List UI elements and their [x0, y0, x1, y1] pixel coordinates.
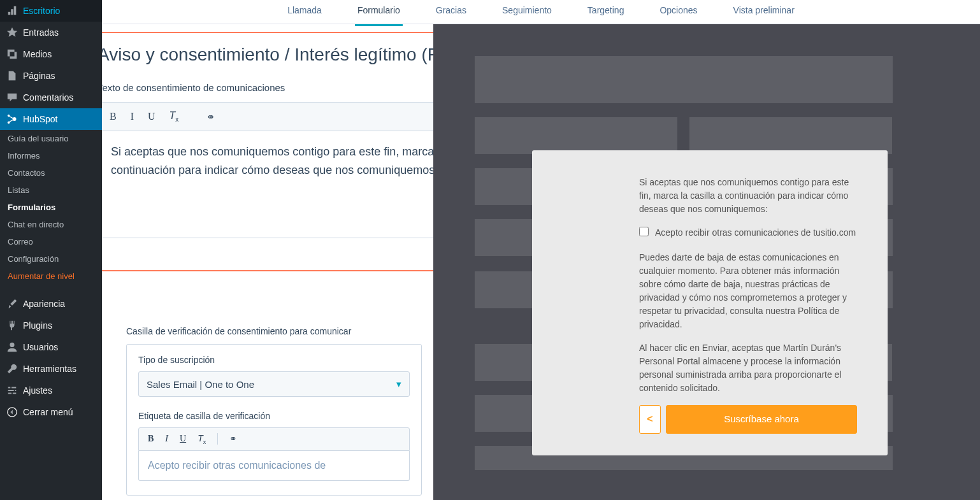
- sidebar-item-medios[interactable]: Medios: [0, 43, 102, 65]
- form-editor-panel: Editar contenido predeterminado sobre el…: [102, 24, 433, 500]
- tab-vista-preliminar[interactable]: Vista preliminar: [731, 0, 797, 26]
- underline-button[interactable]: U: [180, 434, 186, 444]
- sidebar-subitem-configuración[interactable]: Configuración: [0, 250, 102, 268]
- sidebar-item-plugins[interactable]: Plugins: [0, 315, 102, 336]
- consent-text-label: Texto de consentimiento de comunicacione…: [102, 82, 433, 93]
- sidebar-item-label: Usuarios: [23, 342, 58, 352]
- tab-seguimiento[interactable]: Seguimiento: [500, 0, 554, 26]
- rte-toolbar: B I U Tx ⚭: [102, 102, 433, 131]
- checkbox-label-editor[interactable]: Acepto recibir otras comunicaciones de: [138, 451, 410, 481]
- media-icon: [6, 48, 18, 60]
- svg-point-0: [13, 117, 17, 121]
- sidebar-item-label: Plugins: [23, 320, 52, 331]
- wrench-icon: [6, 363, 18, 375]
- sidebar-item-ajustes[interactable]: Ajustes: [0, 380, 102, 401]
- toolbar-separator: [217, 433, 218, 445]
- sidebar-item-comentarios[interactable]: Comentarios: [0, 87, 102, 108]
- sidebar-item-cerrar-menú[interactable]: Cerrar menú: [0, 401, 102, 423]
- sidebar-subitem-chat-en-directo[interactable]: Chat en directo: [0, 216, 102, 233]
- consent-text-editor[interactable]: Si aceptas que nos comuniquemos contigo …: [102, 131, 433, 238]
- preview-checkbox-row: Acepto recibir otras comunicaciones de t…: [639, 226, 857, 239]
- bold-button[interactable]: B: [148, 434, 154, 444]
- wp-sidebar: EscritorioEntradasMediosPáginasComentari…: [0, 0, 102, 500]
- sidebar-item-label: Comentarios: [23, 92, 73, 103]
- preview-consent-text: Si aceptas que nos comuniquemos contigo …: [639, 176, 857, 216]
- tab-formulario[interactable]: Formulario: [355, 0, 403, 26]
- rte-toolbar-small: B I U Tx ⚭: [138, 427, 410, 451]
- dashboard-icon: [6, 5, 18, 17]
- tab-llamada[interactable]: Llamada: [285, 0, 324, 26]
- tab-targeting[interactable]: Targeting: [585, 0, 627, 26]
- checkbox-label-label: Etiqueta de casilla de verificación: [138, 411, 410, 421]
- link-button[interactable]: ⚭: [206, 111, 215, 123]
- brush-icon: [6, 298, 18, 310]
- comment-icon: [6, 92, 18, 103]
- collapse-icon: [6, 406, 18, 418]
- sidebar-subitem-aumentar-de-nivel[interactable]: Aumentar de nivel: [0, 268, 102, 285]
- clear-format-button[interactable]: Tx: [169, 110, 179, 123]
- preview-panel: Si aceptas que nos comuniquemos contigo …: [433, 24, 980, 500]
- underline-button[interactable]: U: [148, 111, 155, 122]
- sidebar-item-label: Páginas: [23, 71, 55, 81]
- sidebar-item-entradas[interactable]: Entradas: [0, 22, 102, 43]
- sidebar-item-apariencia[interactable]: Apariencia: [0, 293, 102, 315]
- sidebar-item-label: Apariencia: [23, 299, 65, 309]
- subscription-card: Tipo de suscripción Sales Email | One to…: [126, 344, 422, 496]
- sidebar-subitem-contactos[interactable]: Contactos: [0, 164, 102, 182]
- sidebar-subitem-informes[interactable]: Informes: [0, 147, 102, 164]
- sidebar-item-label: HubSpot: [23, 114, 57, 124]
- user-icon: [6, 341, 18, 353]
- subscription-type-select[interactable]: Sales Email | One to One ▾: [138, 371, 410, 397]
- sidebar-item-label: Herramientas: [23, 364, 76, 374]
- sidebar-item-label: Medios: [23, 49, 52, 59]
- italic-button[interactable]: I: [165, 434, 168, 444]
- bold-button[interactable]: B: [110, 111, 117, 122]
- subscription-type-label: Tipo de suscripción: [138, 355, 410, 365]
- subscription-type-value: Sales Email | One to One: [147, 379, 254, 390]
- skeleton-bar: [475, 117, 677, 154]
- step-tabs: LlamadaFormularioGraciasSeguimientoTarge…: [102, 0, 980, 24]
- sidebar-item-usuarios[interactable]: Usuarios: [0, 336, 102, 358]
- sidebar-item-label: Escritorio: [23, 6, 60, 16]
- sidebar-item-label: Cerrar menú: [23, 407, 73, 417]
- preview-consent-checkbox[interactable]: [639, 227, 649, 236]
- pin-icon: [6, 27, 18, 38]
- chevron-down-icon: ▾: [396, 378, 401, 390]
- hubspot-icon: [6, 113, 18, 125]
- tab-gracias[interactable]: Gracias: [433, 0, 469, 26]
- sidebar-item-hubspot[interactable]: HubSpot: [0, 108, 102, 130]
- plug-icon: [6, 320, 18, 331]
- page-icon: [6, 70, 18, 82]
- checkbox-section-label: Casilla de verificación de consentimient…: [126, 326, 422, 336]
- sliders-icon: [6, 385, 18, 396]
- sidebar-item-label: Entradas: [23, 27, 59, 38]
- gdpr-highlight-box: Aviso y consentimiento / Interés legítim…: [102, 32, 433, 271]
- sidebar-item-escritorio[interactable]: Escritorio: [0, 0, 102, 22]
- sidebar-item-label: Ajustes: [23, 385, 52, 396]
- clear-format-button[interactable]: Tx: [198, 433, 206, 445]
- sidebar-subitem-formularios[interactable]: Formularios: [0, 199, 102, 216]
- italic-button[interactable]: I: [131, 111, 134, 122]
- link-button[interactable]: ⚭: [229, 434, 237, 445]
- sidebar-subitem-listas[interactable]: Listas: [0, 182, 102, 199]
- skeleton-bar: [689, 117, 892, 154]
- sidebar-item-herramientas[interactable]: Herramientas: [0, 358, 102, 380]
- sidebar-subitem-guía-del-usuario[interactable]: Guía del usuario: [0, 130, 102, 147]
- preview-checkbox-label: Acepto recibir otras comunicaciones de t…: [655, 226, 856, 239]
- tab-opciones[interactable]: Opciones: [657, 0, 700, 26]
- preview-submit-button[interactable]: Suscríbase ahora: [666, 405, 857, 434]
- consent-preview-modal: Si aceptas que nos comuniquemos contigo …: [532, 150, 888, 455]
- sidebar-subitem-correo[interactable]: Correo: [0, 233, 102, 250]
- preview-process-text: Al hacer clic en Enviar, aceptas que Mar…: [639, 341, 857, 395]
- skeleton-bar: [475, 56, 893, 103]
- preview-privacy-text: Puedes darte de baja de estas comunicaci…: [639, 251, 857, 331]
- gdpr-title: Aviso y consentimiento / Interés legítim…: [102, 43, 433, 66]
- preview-prev-button[interactable]: <: [639, 405, 661, 434]
- sidebar-item-páginas[interactable]: Páginas: [0, 65, 102, 87]
- main-area: LlamadaFormularioGraciasSeguimientoTarge…: [102, 0, 980, 500]
- svg-point-3: [10, 343, 14, 347]
